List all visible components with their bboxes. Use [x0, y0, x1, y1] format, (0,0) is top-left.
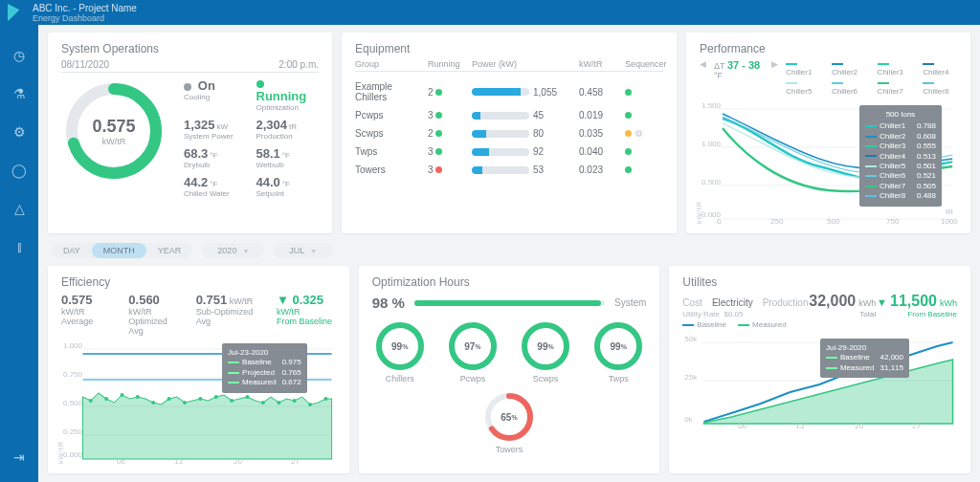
- optimization-bar: [414, 300, 605, 306]
- logout-icon[interactable]: ⇥: [11, 449, 27, 465]
- range-day[interactable]: DAY: [52, 243, 92, 258]
- alerts-icon[interactable]: △: [11, 201, 27, 216]
- range-year[interactable]: YEAR: [146, 243, 193, 258]
- card-title: Equipment: [355, 42, 663, 55]
- utilities-tabs: Cost Electricity Production: [682, 297, 808, 308]
- utilities-chart: 50k 25k 0k 06 13 20 27 Jul-29-2020 Basel…: [682, 333, 957, 428]
- user-icon[interactable]: ◯: [11, 163, 27, 178]
- optimization-ring-twps: 99%: [592, 320, 644, 372]
- svg-point-23: [230, 399, 234, 403]
- chevron-down-icon: ▼: [242, 248, 249, 254]
- range-segment[interactable]: DAY MONTH YEAR: [52, 243, 192, 258]
- optimization-system-label: System: [614, 297, 646, 308]
- settings-icon[interactable]: ⚙: [11, 124, 27, 140]
- system-operations-card: System Operations 08/11/2020 2:00 p.m. 0…: [48, 33, 332, 233]
- utilities-tooltip: Jul-29-2020 Baseline42,000Measured31,115: [820, 339, 909, 378]
- status-dot-running: [256, 80, 264, 88]
- status-on: On: [198, 78, 215, 93]
- status-running: Running: [256, 89, 307, 103]
- card-title: Utilites: [682, 275, 957, 289]
- optimization-card: Optimization Hours 98 % System 99% Chill…: [359, 266, 660, 473]
- svg-point-20: [183, 401, 187, 405]
- equipment-icon[interactable]: ⚗: [11, 86, 27, 101]
- efficiency-tooltip: Jul-23-2020 Baseline0.975Projected0.765M…: [222, 343, 307, 393]
- svg-point-16: [120, 393, 123, 397]
- chevron-down-icon: ▼: [310, 248, 317, 254]
- svg-point-15: [104, 397, 108, 401]
- tab-cost[interactable]: Cost: [682, 297, 702, 308]
- table-row: Towers 3 530.023: [355, 161, 663, 179]
- svg-point-19: [167, 397, 171, 401]
- time-filters: DAY MONTH YEAR 2020▼ JUL▼: [52, 243, 970, 258]
- month-dropdown[interactable]: JUL▼: [274, 243, 332, 258]
- svg-point-27: [293, 399, 297, 403]
- efficiency-card: Efficiency 0.575 kW/tRAverage0.560 kW/tR…: [48, 266, 349, 473]
- chevron-right-icon[interactable]: ▶: [771, 59, 778, 69]
- year-dropdown[interactable]: 2020▼: [202, 243, 264, 258]
- status-running-sub: Optimization: [256, 103, 320, 112]
- optimization-ring-chillers: 99%: [374, 320, 426, 372]
- range-month[interactable]: MONTH: [92, 243, 146, 258]
- tab-production[interactable]: Production: [763, 297, 809, 308]
- performance-legend: Chiller1Chiller2Chiller3Chiller4Chiller5…: [786, 59, 957, 96]
- gear-icon[interactable]: ⚙: [635, 128, 643, 139]
- table-row: Scwps 2 800.035 ⚙: [355, 124, 663, 142]
- efficiency-chart: 1.000 0.750 0.500 0.250 0.000 06 13 20 2…: [61, 340, 336, 464]
- sidebar: ◷ ⚗ ⚙ ◯ △ ⫿ ⇥: [0, 25, 38, 482]
- sys-time: 2:00 p.m.: [278, 59, 319, 70]
- optimization-ring-pcwps: 97%: [447, 320, 499, 372]
- utilities-card: Utilites Cost Electricity Production Uti…: [669, 266, 970, 473]
- svg-point-22: [214, 395, 218, 399]
- kwtr-gauge: 0.575 kW/tR: [61, 78, 167, 184]
- gauge-unit: kW/tR: [102, 137, 126, 146]
- svg-point-25: [261, 401, 265, 405]
- tab-electricity[interactable]: Electricity: [712, 297, 753, 308]
- reports-icon[interactable]: ⫿: [11, 239, 27, 254]
- gauge-value: 0.575: [92, 117, 135, 137]
- dashboard-icon[interactable]: ◷: [11, 48, 27, 63]
- card-title: Efficiency: [61, 275, 336, 289]
- topbar: ABC Inc. - Project Name Energy Dashboard: [0, 0, 980, 25]
- table-row: Pcwps 3 450.019: [355, 106, 663, 124]
- svg-point-26: [277, 401, 280, 405]
- svg-point-29: [323, 397, 327, 401]
- svg-point-24: [245, 395, 249, 399]
- svg-point-21: [198, 397, 202, 401]
- card-title: System Operations: [61, 42, 319, 55]
- svg-point-17: [136, 395, 140, 399]
- table-row: Example Chillers 2 1,0550.458: [355, 77, 663, 106]
- card-title: Optimization Hours: [372, 275, 647, 289]
- dashboard-name: Energy Dashboard: [33, 13, 137, 23]
- svg-point-14: [89, 399, 93, 403]
- sys-date: 08/11/2020: [61, 59, 109, 70]
- optimization-ring-scwps: 99%: [520, 320, 571, 372]
- status-on-sub: Cooling: [184, 93, 247, 101]
- svg-point-18: [151, 401, 155, 405]
- brand-logo: [8, 4, 25, 21]
- card-title: Performance: [700, 42, 957, 55]
- svg-point-28: [308, 403, 312, 406]
- status-dot-on: [184, 83, 191, 91]
- performance-card: Performance ◀ ΔT 37 - 38 °F ▶ Chiller1Ch…: [686, 33, 970, 233]
- table-row: Twps 3 920.040: [355, 142, 663, 161]
- chevron-left-icon[interactable]: ◀: [700, 59, 706, 69]
- equipment-card: Equipment Group Running Power (kW) kW/tR…: [342, 33, 677, 233]
- performance-chart: 1.500 1.000 0.500 0.000 0 250 500 750 10…: [700, 99, 957, 224]
- project-title: ABC Inc. - Project Name: [33, 3, 137, 13]
- optimization-ring-towers: 65%: [483, 391, 535, 443]
- performance-tooltip: 500 tons Chiller10.788Chiller20.608Chill…: [859, 105, 942, 207]
